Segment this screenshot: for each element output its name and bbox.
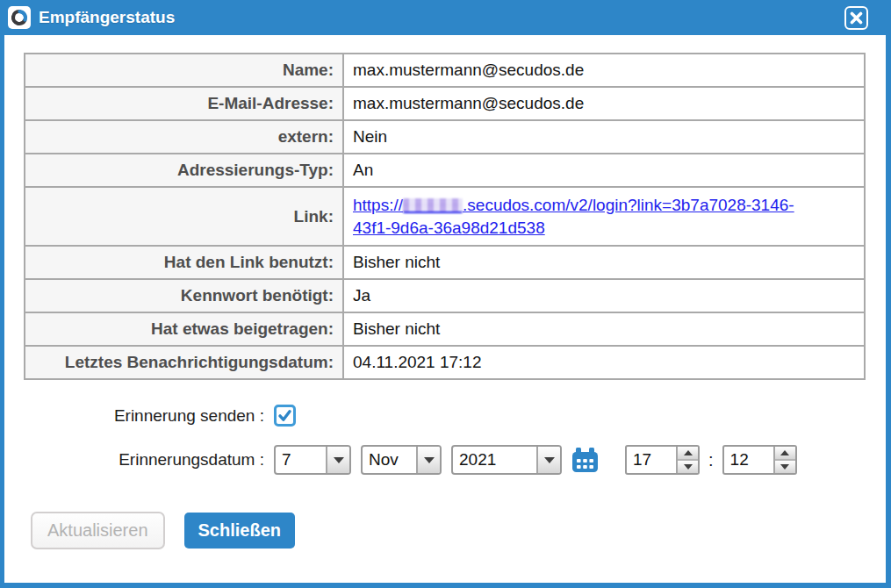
- table-row: Adressierungs-Typ: An: [25, 154, 865, 187]
- hour-increment-button[interactable]: [678, 447, 698, 461]
- triangle-up-icon: [684, 450, 693, 455]
- app-logo-icon: [8, 6, 31, 29]
- hour-value: 17: [627, 447, 676, 473]
- close-icon[interactable]: [844, 6, 868, 30]
- dialog-title: Empfängerstatus: [39, 8, 844, 27]
- dialog-titlebar: Empfängerstatus: [0, 0, 891, 35]
- dialog-body: Name: max.mustermann@secudos.de E-Mail-A…: [4, 35, 886, 583]
- table-row: Name: max.mustermann@secudos.de: [25, 54, 865, 87]
- reminder-send-checkbox[interactable]: [274, 405, 296, 427]
- reminder-date-row: Erinnerungsdatum : 7 Nov 2021: [24, 445, 886, 475]
- triangle-up-icon: [780, 450, 789, 455]
- row-label: E-Mail-Adresse:: [25, 87, 343, 120]
- recipient-status-table: Name: max.mustermann@secudos.de E-Mail-A…: [24, 53, 866, 380]
- row-label: extern:: [25, 120, 343, 154]
- chevron-down-icon: [334, 457, 344, 463]
- row-value: Nein: [343, 120, 865, 154]
- row-label: Hat den Link benutzt:: [25, 246, 343, 279]
- reminder-form: Erinnerung senden : Erinnerungsdatum : 7…: [24, 405, 886, 475]
- month-select[interactable]: Nov: [361, 445, 442, 475]
- calendar-icon: [571, 447, 599, 474]
- month-select-value: Nov: [363, 447, 416, 473]
- recipient-login-link[interactable]: https://.secudos.com/v2/login?link=3b7a7…: [353, 196, 794, 237]
- table-row: extern: Nein: [25, 120, 865, 154]
- row-label: Name:: [25, 54, 343, 87]
- recipient-status-dialog: Empfängerstatus Name: max.mustermann@sec…: [0, 0, 891, 588]
- row-label: Hat etwas beigetragen:: [25, 312, 343, 346]
- day-select-arrow-button[interactable]: [326, 447, 349, 473]
- redacted-hostname: [403, 198, 463, 213]
- hour-stepper[interactable]: 17: [625, 445, 700, 475]
- row-label: Link:: [25, 187, 343, 246]
- time-separator: :: [708, 450, 714, 470]
- chevron-down-icon: [424, 457, 435, 463]
- row-value: https://.secudos.com/v2/login?link=3b7a7…: [343, 187, 865, 246]
- day-select-value: 7: [276, 447, 326, 473]
- table-row: Hat etwas beigetragen: Bisher nicht: [25, 312, 865, 346]
- minute-value: 12: [724, 447, 773, 473]
- row-label: Adressierungs-Typ:: [25, 154, 343, 187]
- table-row-link: Link: https://.secudos.com/v2/login?link…: [25, 187, 865, 246]
- row-label: Letztes Benachrichtigungsdatum:: [25, 346, 343, 379]
- day-select[interactable]: 7: [274, 445, 351, 475]
- month-select-arrow-button[interactable]: [416, 447, 440, 473]
- reminder-date-label: Erinnerungsdatum :: [24, 450, 264, 470]
- chevron-down-icon: [544, 457, 555, 463]
- close-button[interactable]: Schließen: [184, 513, 295, 549]
- row-value: Ja: [343, 279, 865, 312]
- table-row: E-Mail-Adresse: max.mustermann@secudos.d…: [25, 87, 865, 120]
- hour-decrement-button[interactable]: [678, 461, 698, 473]
- table-row: Kennwort benötigt: Ja: [25, 279, 865, 312]
- minute-increment-button[interactable]: [775, 447, 795, 461]
- year-select[interactable]: 2021: [451, 445, 562, 475]
- reminder-send-row: Erinnerung senden :: [24, 405, 886, 427]
- minute-stepper-buttons: [773, 447, 795, 473]
- row-label: Kennwort benötigt:: [25, 279, 343, 312]
- row-value: An: [343, 154, 865, 187]
- hour-stepper-buttons: [676, 447, 698, 473]
- triangle-down-icon: [780, 464, 789, 470]
- dialog-button-row: Aktualisieren Schließen: [31, 512, 886, 549]
- row-value: Bisher nicht: [343, 312, 865, 346]
- reminder-send-label: Erinnerung senden :: [24, 406, 264, 426]
- triangle-down-icon: [684, 464, 693, 470]
- row-value: max.mustermann@secudos.de: [343, 54, 865, 87]
- table-row: Letztes Benachrichtigungsdatum: 04.11.20…: [25, 346, 865, 379]
- row-value: max.mustermann@secudos.de: [343, 87, 865, 120]
- calendar-picker-button[interactable]: [571, 447, 599, 474]
- row-value: Bisher nicht: [343, 246, 865, 279]
- year-select-arrow-button[interactable]: [536, 447, 560, 473]
- update-button[interactable]: Aktualisieren: [31, 512, 165, 549]
- year-select-value: 2021: [453, 447, 536, 473]
- table-row: Hat den Link benutzt: Bisher nicht: [25, 246, 865, 279]
- row-value: 04.11.2021 17:12: [343, 346, 865, 379]
- minute-stepper[interactable]: 12: [722, 445, 797, 475]
- minute-decrement-button[interactable]: [775, 461, 795, 473]
